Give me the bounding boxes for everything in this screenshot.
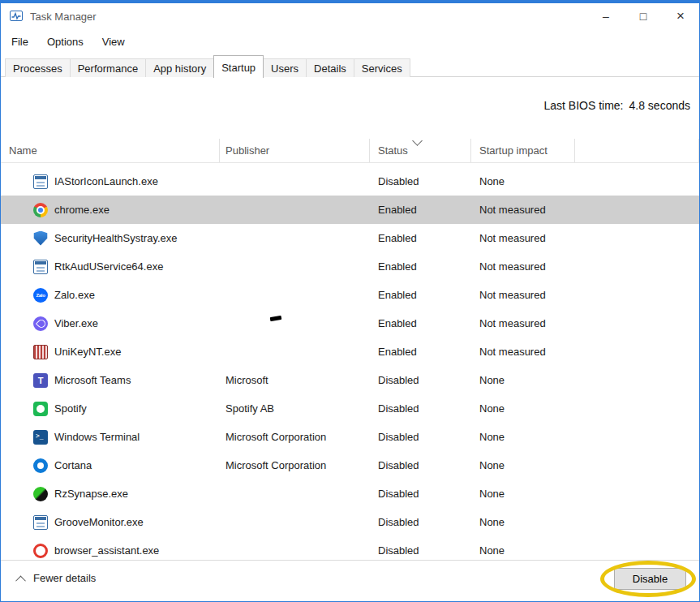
chrome-icon: [33, 203, 48, 217]
groove-icon: [33, 515, 48, 530]
tab-services[interactable]: Services: [354, 58, 410, 77]
row-name-cell: Zalo.exe: [1, 288, 220, 303]
tab-strip: ProcessesPerformanceApp historyStartupUs…: [1, 54, 699, 77]
row-impact-cell: Not measured: [471, 204, 575, 216]
row-impact-cell: Not measured: [471, 346, 575, 358]
row-status-cell: Disabled: [370, 544, 471, 557]
startup-row[interactable]: browser_assistant.exeDisabledNone: [1, 536, 699, 560]
bios-label: Last BIOS time:: [543, 99, 623, 112]
table-header: Name Publisher Status Startup impact: [1, 131, 699, 163]
startup-row[interactable]: RzSynapse.exeDisabledNone: [1, 479, 699, 508]
startup-row[interactable]: GrooveMonitor.exeDisabledNone: [1, 508, 699, 536]
app-name: Windows Terminal: [54, 431, 140, 443]
fewer-details-toggle[interactable]: Fewer details: [17, 572, 96, 584]
row-name-cell: chrome.exe: [1, 203, 220, 217]
app-name: RzSynapse.exe: [54, 488, 128, 500]
startup-row[interactable]: SpotifySpotify ABDisabledNone: [1, 394, 699, 423]
security-icon: [33, 231, 48, 246]
row-impact-cell: None: [471, 544, 575, 557]
window-controls: – □ ×: [587, 3, 699, 29]
column-header-startup-impact-label: Startup impact: [479, 144, 548, 157]
row-name-cell: Viber.exe: [1, 316, 220, 331]
window-title: Task Manager: [30, 11, 97, 23]
row-publisher-cell: Microsoft Corporation: [220, 431, 370, 443]
tab-startup[interactable]: Startup: [213, 55, 264, 78]
row-name-cell: Cortana: [1, 458, 220, 473]
app-name: Viber.exe: [54, 317, 98, 329]
startup-row[interactable]: IAStorIconLaunch.exeDisabledNone: [1, 167, 699, 196]
row-name-cell: browser_assistant.exe: [1, 544, 220, 558]
menu-options[interactable]: Options: [47, 36, 84, 48]
row-impact-cell: Not measured: [471, 232, 575, 244]
app-name: Spotify: [54, 402, 87, 415]
column-header-name[interactable]: Name: [1, 131, 220, 162]
row-impact-cell: None: [471, 459, 575, 471]
tab-performance[interactable]: Performance: [70, 58, 146, 77]
close-button[interactable]: ×: [662, 3, 699, 29]
terminal-icon: [33, 430, 48, 445]
row-status-cell: Disabled: [370, 516, 471, 528]
browser-assistant-icon: [33, 544, 48, 558]
startup-row[interactable]: Windows TerminalMicrosoft CorporationDis…: [1, 423, 699, 451]
row-name-cell: Windows Terminal: [1, 430, 220, 445]
app-name: Microsoft Teams: [54, 374, 131, 386]
row-name-cell: IAStorIconLaunch.exe: [1, 174, 220, 189]
fewer-details-label: Fewer details: [33, 572, 96, 584]
maximize-button[interactable]: □: [625, 3, 662, 29]
menu-file[interactable]: File: [11, 36, 28, 48]
row-impact-cell: None: [471, 402, 575, 415]
footer: Fewer details Disable: [1, 560, 699, 601]
minimize-button[interactable]: –: [587, 3, 625, 29]
viber-icon: [33, 316, 48, 331]
bios-time: Last BIOS time:4.8 seconds: [543, 95, 690, 116]
row-publisher-cell: Microsoft: [220, 374, 370, 386]
column-header-status[interactable]: Status: [370, 131, 471, 162]
row-status-cell: Enabled: [370, 317, 471, 329]
row-name-cell: GrooveMonitor.exe: [1, 515, 220, 530]
app-name: Cortana: [54, 459, 92, 471]
chevron-up-icon: [15, 575, 26, 586]
teams-icon: [33, 373, 48, 388]
app-name: chrome.exe: [54, 204, 110, 216]
row-name-cell: SecurityHealthSystray.exe: [1, 231, 220, 246]
bios-value: 4.8 seconds: [629, 99, 691, 112]
row-impact-cell: None: [471, 374, 575, 386]
startup-table-body: IAStorIconLaunch.exeDisabledNonechrome.e…: [1, 167, 699, 560]
titlebar: Task Manager – □ ×: [1, 3, 699, 29]
column-header-publisher[interactable]: Publisher: [220, 131, 370, 162]
startup-row[interactable]: Zalo.exeEnabledNot measured: [1, 281, 699, 309]
column-header-startup-impact[interactable]: Startup impact: [471, 131, 575, 162]
row-status-cell: Disabled: [370, 488, 471, 500]
row-impact-cell: Not measured: [471, 317, 575, 329]
row-status-cell: Enabled: [370, 232, 471, 244]
menu-view[interactable]: View: [102, 36, 125, 48]
app-name: SecurityHealthSystray.exe: [54, 232, 178, 244]
row-name-cell: Microsoft Teams: [1, 373, 220, 388]
app-name: RtkAudUService64.exe: [54, 260, 163, 273]
row-impact-cell: None: [471, 175, 575, 187]
row-impact-cell: Not measured: [471, 260, 575, 273]
column-header-filler: [575, 131, 699, 162]
chevron-down-icon: [412, 135, 423, 146]
row-impact-cell: None: [471, 431, 575, 443]
startup-row[interactable]: UniKeyNT.exeEnabledNot measured: [1, 338, 699, 366]
startup-row[interactable]: RtkAudUService64.exeEnabledNot measured: [1, 252, 699, 281]
startup-row[interactable]: SecurityHealthSystray.exeEnabledNot meas…: [1, 224, 699, 252]
tab-details[interactable]: Details: [306, 58, 354, 77]
column-header-status-label: Status: [378, 144, 408, 157]
row-status-cell: Enabled: [370, 346, 471, 358]
tab-processes[interactable]: Processes: [5, 58, 71, 77]
startup-row[interactable]: Microsoft TeamsMicrosoftDisabledNone: [1, 366, 699, 394]
startup-row[interactable]: Viber.exeEnabledNot measured: [1, 309, 699, 338]
tab-users[interactable]: Users: [263, 58, 307, 77]
startup-row[interactable]: CortanaMicrosoft CorporationDisabledNone: [1, 451, 699, 479]
row-impact-cell: Not measured: [471, 289, 575, 301]
rtk-icon: [33, 260, 48, 274]
app-name: Zalo.exe: [54, 289, 95, 301]
disable-button[interactable]: Disable: [614, 568, 686, 590]
tab-app-history[interactable]: App history: [145, 58, 214, 77]
app-name: browser_assistant.exe: [54, 544, 159, 557]
column-header-publisher-label: Publisher: [225, 144, 269, 157]
startup-row[interactable]: chrome.exeEnabledNot measured: [1, 196, 699, 224]
row-status-cell: Enabled: [370, 260, 471, 273]
